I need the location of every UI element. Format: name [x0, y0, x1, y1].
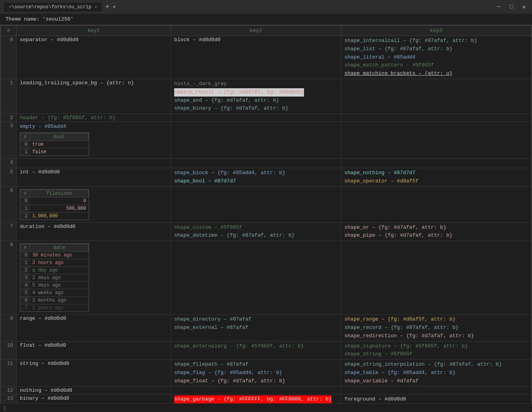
- row-6-key2: [171, 186, 341, 222]
- search-result-highlight: search_result – {fg: #d68787, bg: #d0d0d…: [174, 88, 304, 97]
- row-11-key1: string – #d0d0d0: [17, 360, 171, 386]
- list-item: 1 500,000: [21, 205, 89, 212]
- row-1-key2: hints_-_dark_gray search_result – {fg: #…: [171, 79, 341, 114]
- main-content: # key1 key2 key3 0 separator – #d0d0d0 b…: [0, 25, 532, 410]
- list-item: 1 false: [21, 148, 89, 156]
- table-row: 9 range – #d0d0d0 shape_directory – #87a…: [1, 315, 532, 341]
- minimize-button[interactable]: ─: [495, 4, 503, 10]
- row-6-key1: # filesizes 0 0: [17, 186, 171, 222]
- row-2-key3: [341, 114, 532, 122]
- table-row: 3 empty – #85add4 # bool: [1, 122, 532, 159]
- garbage-highlight: shape_garbage – {fg: #FFFFFF, bg: #FF000…: [174, 395, 332, 404]
- row-num-5: 5: [1, 168, 17, 186]
- nested-table-date: # date 0 30 minutes ago: [20, 243, 89, 312]
- list-item: 2 a day ago: [21, 267, 89, 274]
- row-11-key3: shape_string_interpolation – {fg: #87afa…: [341, 360, 532, 386]
- list-item: 0 30 minutes ago: [21, 252, 89, 259]
- row-8-key2: [171, 241, 341, 315]
- row-0-key3: shape_internalcall – {fg: #87afaf, attr:…: [341, 36, 532, 79]
- col-header-key1: key1: [17, 26, 171, 36]
- row-10-key2: shape_externalarg – {fg: #5f865f, attr: …: [171, 341, 341, 360]
- list-item: 4 5 days ago: [21, 282, 89, 289]
- row-6-key3: [341, 186, 532, 222]
- theme-name-text: Theme name: 'seoul256': [6, 16, 74, 22]
- row-9-key3: shape_range – {fg: #d8af5f, attr: b} sha…: [341, 315, 532, 341]
- nested-table-filesizes: # filesizes 0 0: [20, 189, 89, 220]
- col-header-rownum: #: [1, 26, 17, 36]
- table-row: 7 duration – #d0d0d0 shape_custom – #5f8…: [1, 222, 532, 241]
- col-header-key2: key2: [171, 26, 341, 36]
- row-num-0: 0: [1, 36, 17, 79]
- row-2-key2: [171, 114, 341, 122]
- row-4-key3: [341, 158, 532, 168]
- row-12-key1: nothing – #d0d0d0: [17, 386, 171, 394]
- chevron-button[interactable]: ▾: [112, 4, 116, 10]
- row-num-9: 9: [1, 315, 17, 341]
- list-item: 7 2 years ago: [21, 304, 89, 312]
- row-1-key3: [341, 79, 532, 114]
- table-row: 4: [1, 158, 532, 168]
- title-bar: ~\source\repos\forks\nu_scrip ✕ + ▾ ─ □ …: [0, 0, 532, 14]
- close-button[interactable]: ✕: [520, 4, 528, 10]
- cursor-indicator: |: [3, 405, 6, 411]
- row-4-key1: [17, 158, 171, 168]
- table-row: 6 # filesizes: [1, 186, 532, 222]
- row-num-8: 8: [1, 241, 17, 315]
- data-table-wrapper: # key1 key2 key3 0 separator – #d0d0d0 b…: [0, 25, 532, 410]
- row-9-key1: range – #d0d0d0: [17, 315, 171, 341]
- table-body: 0 separator – #d0d0d0 block – #d0d0d0 sh…: [1, 36, 532, 411]
- row-num-10: 10: [1, 341, 17, 360]
- row-2-key1: header – {fg: #5f865f, attr: b}: [17, 114, 171, 122]
- theme-name-line: Theme name: 'seoul256': [0, 14, 532, 25]
- maximize-button[interactable]: □: [507, 4, 515, 10]
- list-item: 0 true: [21, 140, 89, 148]
- row-3-key1: empty – #85add4 # bool: [17, 122, 171, 159]
- nested-table-bool: # bool 0 true: [20, 133, 89, 156]
- new-tab-button[interactable]: +: [105, 3, 109, 11]
- row-3-key2: [171, 122, 341, 159]
- tab-label: ~\source\repos\forks\nu_scrip: [9, 4, 91, 10]
- row-12-key3: [341, 386, 532, 394]
- list-item: 5 4 weeks ago: [21, 289, 89, 297]
- row-10-key1: float – #d0d0d0: [17, 341, 171, 360]
- row-num-2: 2: [1, 114, 17, 122]
- row-8-key3: [341, 241, 532, 315]
- row-5-key3: shape_nothing – #87d7d7 shape_operator –…: [341, 168, 532, 186]
- row-1-key1: leading_trailing_space_bg – {attr: n}: [17, 79, 171, 114]
- table-row: 12 nothing – #d0d0d0: [1, 386, 532, 394]
- row-num-6: 6: [1, 186, 17, 222]
- close-tab-button[interactable]: ✕: [95, 4, 97, 9]
- table-header: # key1 key2 key3: [1, 26, 532, 36]
- row-0-key2: block – #d0d0d0: [171, 36, 341, 79]
- row-num-1: 1: [1, 79, 17, 114]
- table-row: 8 # date: [1, 241, 532, 315]
- status-bar: |: [0, 403, 532, 412]
- row-5-key2: shape_block – {fg: #85add4, attr: b} sha…: [171, 168, 341, 186]
- row-10-key3: shape_signature – {fg: #5f865f, attr: b}…: [341, 341, 532, 360]
- tab[interactable]: ~\source\repos\forks\nu_scrip ✕: [4, 3, 102, 11]
- row-num-7: 7: [1, 222, 17, 241]
- row-8-key1: # date 0 30 minutes ago: [17, 241, 171, 315]
- row-num-11: 11: [1, 360, 17, 386]
- row-7-key3: shape_or – {fg: #d7afaf, attr: b} shape_…: [341, 222, 532, 241]
- row-3-key3: [341, 122, 532, 159]
- list-item: 2 1,000,000: [21, 212, 89, 220]
- data-table: # key1 key2 key3 0 separator – #d0d0d0 b…: [0, 25, 532, 410]
- row-5-key1: int – #d0d0d0: [17, 168, 171, 186]
- list-item: 3 2 days ago: [21, 274, 89, 282]
- table-row: 5 int – #d0d0d0 shape_block – {fg: #85ad…: [1, 168, 532, 186]
- table-row: 0 separator – #d0d0d0 block – #d0d0d0 sh…: [1, 36, 532, 79]
- row-9-key2: shape_directory – #87afaf shape_external…: [171, 315, 341, 341]
- row-0-key1: separator – #d0d0d0: [17, 36, 171, 79]
- list-item: 0 0: [21, 197, 89, 205]
- table-row: 11 string – #d0d0d0 shape_filepath – #87…: [1, 360, 532, 386]
- row-12-key2: [171, 386, 341, 394]
- table-row: 10 float – #d0d0d0 shape_externalarg – {…: [1, 341, 532, 360]
- table-row: 2 header – {fg: #5f865f, attr: b}: [1, 114, 532, 122]
- col-header-key3: key3: [341, 26, 532, 36]
- row-num-3: 3: [1, 122, 17, 159]
- window-controls: ─ □ ✕: [495, 4, 528, 10]
- list-item: 1 3 hours ago: [21, 259, 89, 267]
- row-num-4: 4: [1, 158, 17, 168]
- row-11-key2: shape_filepath – #87afaf shape_flag – {f…: [171, 360, 341, 386]
